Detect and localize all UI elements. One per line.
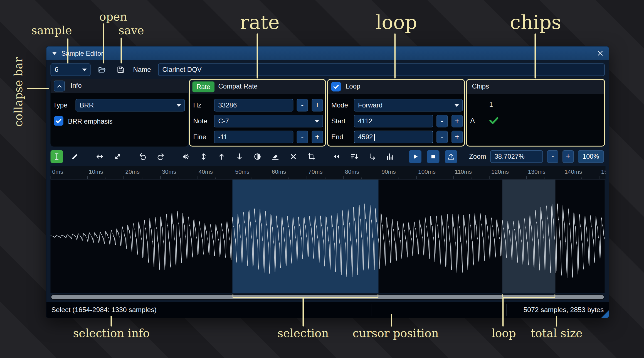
- rate-panel: Rate Compat Rate Hz 33286 - + Note C-7 F…: [189, 79, 326, 147]
- info-panel-title: Info: [71, 82, 82, 89]
- invert-button[interactable]: [251, 150, 264, 163]
- chevron-up-icon: [56, 83, 63, 89]
- brr-emphasis-label: BRR emphasis: [68, 117, 113, 126]
- zoom-out-button[interactable]: -: [547, 150, 559, 163]
- titlebar[interactable]: Sample Editor: [46, 46, 609, 60]
- pencil-draw-icon: [71, 153, 79, 161]
- histogram-button[interactable]: [384, 150, 396, 163]
- sort-descending-icon: [350, 153, 359, 161]
- stretch-horizontal-icon: [96, 153, 104, 161]
- checkmark-icon: [55, 117, 62, 125]
- status-separator: [506, 304, 507, 316]
- histogram-icon: [386, 153, 394, 161]
- ruler-tick: 80ms: [345, 168, 359, 175]
- annotation-sample: sample: [31, 24, 72, 37]
- chevron-down-icon: [454, 104, 460, 107]
- loop-end-input[interactable]: 4592: [354, 131, 433, 143]
- annotation-line-open: [103, 23, 104, 63]
- window-collapse-icon[interactable]: [51, 50, 57, 56]
- annotation-line-loop: [394, 33, 396, 79]
- waveform-view[interactable]: [51, 180, 605, 293]
- stop-button[interactable]: [427, 150, 440, 163]
- sort-descending-button[interactable]: [348, 150, 361, 163]
- play-button[interactable]: [409, 150, 421, 163]
- rewind-button[interactable]: [330, 150, 343, 163]
- select-ibeam-button[interactable]: [51, 150, 63, 163]
- chip-enabled-check-icon[interactable]: [488, 114, 500, 126]
- crop-trim-button[interactable]: [305, 150, 318, 163]
- select-ibeam-icon: [53, 153, 61, 161]
- open-folder-icon: [98, 66, 106, 74]
- hz-plus-button[interactable]: +: [312, 99, 323, 112]
- save-button[interactable]: [114, 63, 127, 76]
- note-select[interactable]: C-7: [214, 115, 323, 127]
- ruler-tick: 20ms: [125, 168, 140, 175]
- zoom-input[interactable]: 38.7027%: [490, 150, 543, 163]
- zoom-label: Zoom: [469, 153, 486, 160]
- ruler-tick: 120ms: [491, 168, 509, 175]
- loop-start-minus-button[interactable]: -: [436, 115, 448, 127]
- toolbar: Zoom 38.7027% - + 100%: [46, 149, 609, 164]
- shift-up-button[interactable]: [215, 150, 228, 163]
- shift-down-button[interactable]: [233, 150, 246, 163]
- play-icon: [411, 153, 420, 161]
- loop-start-plus-button[interactable]: +: [451, 115, 463, 127]
- fine-minus-button[interactable]: -: [297, 131, 308, 143]
- annotation-line-selection-info: [111, 316, 112, 327]
- loop-end-plus-button[interactable]: +: [451, 131, 463, 143]
- type-select[interactable]: BRR: [76, 99, 185, 112]
- hz-label: Hz: [193, 101, 201, 109]
- ruler-tick: 60ms: [272, 168, 286, 175]
- selection-bracket: [232, 294, 379, 298]
- waveform[interactable]: [51, 180, 605, 293]
- eraser-button[interactable]: [269, 150, 282, 163]
- annotation-rate: rate: [240, 11, 280, 33]
- hz-minus-button[interactable]: -: [297, 99, 308, 112]
- close-icon[interactable]: [596, 50, 604, 57]
- preview-speaker-button[interactable]: [179, 150, 192, 163]
- chevron-down-icon: [82, 68, 87, 72]
- zoom-reset-button[interactable]: 100%: [578, 150, 604, 163]
- annotation-open: open: [99, 10, 127, 23]
- collapse-info-button[interactable]: [54, 81, 65, 92]
- redo-icon: [157, 153, 165, 161]
- brr-emphasis-checkbox[interactable]: [54, 116, 64, 126]
- hz-input[interactable]: 33286: [214, 99, 293, 112]
- loop-end-minus-button[interactable]: -: [436, 131, 448, 143]
- checkmark-icon: [333, 83, 340, 90]
- selection-info-text: Select (1654-2984: 1330 samples): [51, 306, 157, 314]
- fine-input[interactable]: -11: [214, 131, 293, 143]
- annotation-chips: chips: [510, 11, 561, 33]
- rate-badge[interactable]: Rate: [193, 82, 214, 92]
- stretch-diagonal-button[interactable]: [112, 150, 124, 163]
- ruler-tick: 100ms: [418, 168, 436, 175]
- type-value: BRR: [76, 99, 184, 111]
- annotation-line-selection: [303, 297, 304, 327]
- crop-trim-icon: [307, 153, 315, 161]
- redo-button[interactable]: [154, 150, 167, 163]
- export-upload-button[interactable]: [445, 150, 457, 163]
- name-input[interactable]: Clarinet DQV: [158, 63, 605, 76]
- annotation-line-loop-bottom: [502, 297, 504, 327]
- loop-mode-select[interactable]: Forward: [354, 99, 463, 112]
- bend-arrow-button[interactable]: [366, 150, 379, 163]
- undo-button[interactable]: [137, 150, 149, 163]
- amplify-vertical-button[interactable]: [198, 150, 210, 163]
- controls-row: 6 Name Clarinet DQV: [46, 60, 609, 79]
- loop-start-input[interactable]: 4112: [354, 115, 433, 127]
- info-panel: Info Type BRR BRR emphasis: [51, 79, 188, 147]
- fine-plus-button[interactable]: +: [312, 131, 323, 143]
- pencil-draw-button[interactable]: [68, 150, 81, 163]
- time-ruler[interactable]: 0ms10ms20ms30ms40ms50ms60ms70ms80ms90ms1…: [51, 166, 606, 180]
- open-button[interactable]: [96, 63, 108, 76]
- annotation-line-cursor-position: [391, 314, 393, 327]
- loop-enable-checkbox[interactable]: [331, 82, 341, 92]
- delete-x-button[interactable]: [287, 150, 300, 163]
- loop-end-label: End: [331, 133, 343, 141]
- stretch-horizontal-button[interactable]: [93, 150, 106, 163]
- loop-start-value: 4112: [354, 115, 372, 127]
- sample-number-select[interactable]: 6: [51, 63, 91, 76]
- resize-grip[interactable]: [601, 310, 609, 318]
- annotation-line-rate: [257, 33, 258, 79]
- zoom-in-button[interactable]: +: [562, 150, 574, 163]
